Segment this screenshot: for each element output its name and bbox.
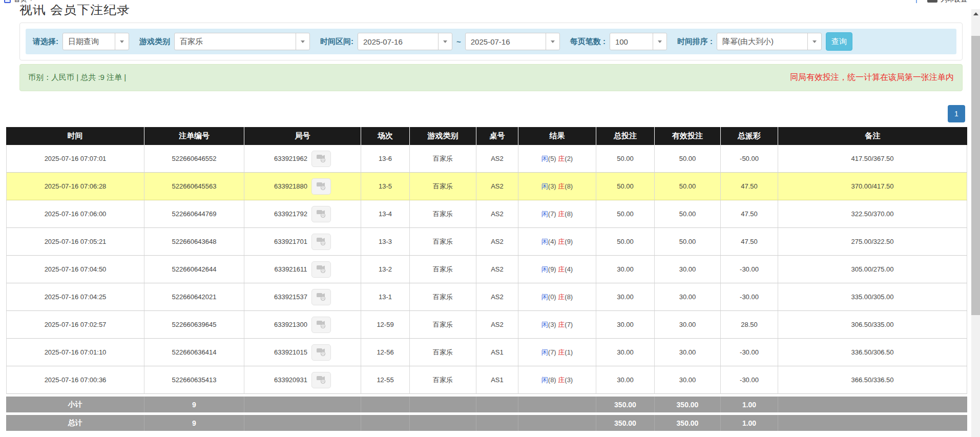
result-player: 闲 [541,210,548,219]
cell-total-bet[interactable]: 50.00 [596,173,655,200]
result-banker: 庄 [558,210,565,219]
printer-icon[interactable] [927,0,937,3]
sum-label: 总计 [6,415,144,431]
result-banker: 庄 [558,320,565,329]
cell-table-no: AS2 [476,173,518,200]
cell-payout: -30.00 [721,283,778,311]
result-banker-points: (1) [565,348,573,356]
video-replay-button[interactable] [311,206,331,222]
result-banker: 庄 [558,237,565,246]
cell-note: 417.50/367.50 [778,145,967,173]
result-player-points: (7) [548,348,558,356]
video-camera-icon [316,374,326,385]
cell-time: 2025-07-16 07:04:25 [6,283,144,311]
time-sort-select[interactable]: 降幂(由大到小) [717,33,822,50]
cell-time: 2025-07-16 07:07:01 [6,145,144,173]
result-player: 闲 [541,348,548,357]
result-player-points: (4) [548,238,558,245]
cell-total-bet[interactable]: 30.00 [596,256,655,283]
cell-game: 百家乐 [410,366,476,394]
top-right-link[interactable]: 列印设置 [941,0,967,4]
video-replay-button[interactable] [311,317,331,333]
sum-count: 9 [144,397,244,412]
date-to-select[interactable]: 2025-07-16 [465,33,560,50]
cell-round-id: 633921015 [244,339,361,366]
game-category-label: 游戏类别 [139,37,170,47]
query-type-select[interactable]: 日期查询 [62,33,129,50]
cell-result: 闲(9) 庄(4) [518,256,596,283]
date-from-select[interactable]: 2025-07-16 [358,33,452,50]
cell-total-bet[interactable]: 50.00 [596,200,655,228]
cell-table-no: AS2 [476,256,518,283]
breadcrumb[interactable]: 首页 [14,0,27,4]
cell-time: 2025-07-16 07:01:10 [6,339,144,366]
total-row: 总计9350.00350.001.00 [6,415,967,431]
game-category-select[interactable]: 百家乐 [174,33,310,50]
round-id-text: 633921015 [274,348,307,356]
sum-label: 小计 [6,397,144,412]
filter-panel: 请选择: 日期查询 游戏类别 百家乐 时间区间: 2025-07-16 ~ 20… [19,23,963,60]
cell-result: 闲(4) 庄(9) [518,228,596,256]
cell-round-id: 633921701 [244,228,361,256]
cell-bet-id: 522660642021 [144,283,244,311]
col-header-table-no: 桌号 [476,127,518,145]
result-player-points: (5) [548,155,558,162]
vertical-scrollbar[interactable] [971,9,980,437]
cell-game: 百家乐 [410,200,476,228]
col-header-total-bet: 总投注 [596,127,655,145]
cell-total-bet[interactable]: 50.00 [596,145,655,173]
video-replay-button[interactable] [311,178,331,195]
cell-time: 2025-07-16 07:06:00 [6,200,144,228]
cell-note: 306.50/335.00 [778,311,967,339]
cell-bet-id: 522660639645 [144,311,244,339]
cell-total-bet[interactable]: 30.00 [596,283,655,311]
video-replay-button[interactable] [311,344,331,361]
sum-count: 9 [144,415,244,431]
cell-table-no: AS2 [476,200,518,228]
video-replay-button[interactable] [311,372,331,388]
result-player: 闲 [541,376,548,385]
cell-table-no: AS1 [476,339,518,366]
sum-empty [410,397,476,412]
cell-note: 275.00/322.50 [778,228,967,256]
cell-payout: -30.00 [721,366,778,394]
cell-note: 305.00/275.00 [778,256,967,283]
cell-valid-bet: 30.00 [655,283,721,311]
col-header-note: 备注 [778,127,967,145]
video-replay-button[interactable] [311,151,331,167]
currency-total-text: 币别：人民币 | 总共 :9 注单 | [28,73,126,82]
result-banker: 庄 [558,182,565,191]
cell-total-bet[interactable]: 30.00 [596,339,655,366]
cell-bet-id: 522660642644 [144,256,244,283]
cell-table-no: AS2 [476,311,518,339]
search-button[interactable]: 查询 [826,32,852,51]
result-player-points: (9) [548,265,558,273]
range-separator: ~ [456,37,461,46]
video-replay-button[interactable] [311,261,331,278]
chevron-down-icon [115,33,129,50]
result-banker-points: (2) [565,155,573,162]
page-size-select[interactable]: 100 [610,33,667,50]
cell-total-bet[interactable]: 30.00 [596,311,655,339]
home-icon[interactable] [4,0,11,3]
result-player-points: (0) [548,293,558,301]
scrollbar-thumb[interactable] [971,36,980,315]
cell-session: 12-56 [361,339,410,366]
sum-empty [778,397,967,412]
cell-valid-bet: 30.00 [655,366,721,394]
cell-session: 13-5 [361,173,410,200]
cell-result: 闲(8) 庄(3) [518,366,596,394]
table-row: 2025-07-16 07:07:01522660646552633921962… [6,145,967,173]
sum-total-bet: 350.00 [596,415,655,431]
video-replay-button[interactable] [311,289,331,305]
video-replay-button[interactable] [311,234,331,250]
cell-total-bet[interactable]: 30.00 [596,366,655,394]
cell-total-bet[interactable]: 50.00 [596,228,655,256]
cell-valid-bet: 50.00 [655,200,721,228]
scrollbar-up-arrow-icon[interactable] [971,9,980,18]
cell-game: 百家乐 [410,145,476,173]
round-id-text: 633921611 [274,265,307,273]
table-row: 2025-07-16 07:04:25522660642021633921537… [6,283,967,311]
pagination-page-1[interactable]: 1 [948,105,965,122]
cell-game: 百家乐 [410,283,476,311]
